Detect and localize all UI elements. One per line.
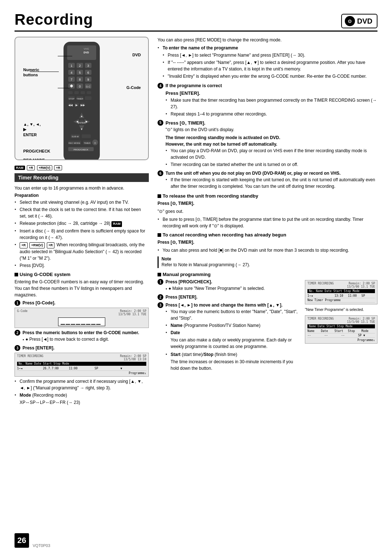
new-timer-row1: 1→◄ 13:10 11:00 SP: [307, 294, 375, 298]
step-4-action: Press [ENTER].: [166, 90, 377, 97]
enter-name-sub-3: "Invalid Entry" is displayed when you en…: [163, 73, 377, 80]
release-standby-icon: [158, 194, 161, 198]
svg-text:▶: ▶: [75, 104, 78, 107]
preparation-title: Preparation: [15, 193, 149, 198]
step-6-list: If the timer recording is started with k…: [166, 177, 377, 190]
timer-cell-stop: SP: [95, 367, 121, 370]
step3-sub-1: Confirm the programme and correct it if …: [15, 378, 149, 391]
dvd-circle-icon: ⊙: [345, 16, 355, 26]
gcode-section-header: Using G-CODE system: [15, 272, 149, 277]
release-standby-section: To release the unit from recording stand…: [158, 193, 377, 229]
svg-text:TIMER: TIMER: [77, 98, 83, 100]
step-6-title: Turn the unit off when you do not play o…: [166, 171, 340, 176]
mp-step-1-content: Press [PROG/CHECK]. ● Make sure "New Tim…: [166, 279, 299, 292]
timer-row-1: 1→◄ 26.7.7:00 11:00 SP ▼: [17, 366, 146, 371]
preparation-list: Select the unit viewing channel (e.g. AV…: [15, 199, 149, 269]
step-4-num: 4: [158, 83, 163, 89]
svg-rect-31: [87, 91, 91, 94]
step3-sub-2: Mode (Recording mode): [15, 392, 149, 398]
digit-slot-7: [91, 319, 95, 325]
digit-slot-2: [66, 319, 70, 325]
step-5-action: Press [⊙, TIMER].: [166, 119, 377, 127]
digit-slot-8: [96, 319, 101, 325]
step-4-sub-1: Make sure that the timer recording has b…: [166, 97, 377, 110]
step-6: 6 Turn the unit off when you do not play…: [158, 170, 377, 190]
mp-bullet-3: Date: [166, 329, 299, 336]
new-timer-screen: TIMER RECORDING Remain: 2:00 SP 13/5/00 …: [305, 280, 377, 304]
svg-text:⊙: ⊙: [94, 142, 96, 144]
gcode-intro: Entering the G-CODE® numbers is an easy …: [15, 279, 149, 298]
manual-prog-screens: TIMER RECORDING Remain: 2:00 SP 13/5/00 …: [305, 279, 377, 374]
mp-date-text: You can also make a daily or weekly prog…: [166, 337, 299, 350]
mode-values: XP↔SP↔LP↔EP↔FR (→ 23): [15, 399, 149, 406]
prep-item-4: Insert a disc (→ 8) and confirm there is…: [15, 228, 149, 241]
ram-badges-row: RAM +R +RW(V) +R: [15, 165, 149, 170]
enter-name-list: To enter the name of the programme Press…: [158, 45, 377, 80]
cancel-list: You can also press and hold [■] on the D…: [158, 247, 377, 254]
g-code-label: G-Code: [126, 85, 141, 90]
svg-text:◀◀: ◀◀: [68, 104, 73, 107]
digit-slot-5: [81, 319, 85, 325]
gcode-step-3-num: 3: [15, 345, 20, 351]
mp-step-1-action: Press [PROG/CHECK].: [166, 279, 212, 284]
timer-recording-header: Timer Recording: [15, 173, 149, 182]
gcode-title: Using G-CODE system: [20, 272, 70, 277]
step-5-notice: The timer recording standby mode is acti…: [166, 134, 377, 147]
step-5-sub-1: You can play a DVD-RAM on DVD, play or r…: [166, 147, 377, 161]
prog-check-label: PROG/CHECK: [23, 149, 50, 153]
new-timer-bar: No. Name Date Start Stop Mode: [307, 289, 375, 293]
edit-timer-date: 13/5/00 13.1 TUE: [347, 320, 375, 324]
gcode-step-1-content: Press [G-Code].: [23, 300, 149, 306]
svg-text:SUB-M: SUB-M: [72, 135, 78, 138]
rwv-badge-inline: +RW(V): [29, 242, 45, 249]
digit-slot-6: [86, 319, 90, 325]
page-title: Recording: [15, 11, 93, 28]
edit-timer-row2: -- -- -- SP ▼: [307, 333, 375, 338]
right-column: You can also press [REC MODE] to change …: [158, 37, 377, 407]
edit-timer-row1: Name Date Start Stop Mode: [307, 329, 375, 333]
svg-rect-1: [67, 45, 96, 60]
svg-text:REC MODE: REC MODE: [69, 142, 80, 144]
edit-timer-title-row: TIMER RECORDING Remain: 2:00 SP: [307, 317, 375, 320]
svg-text:ENTER: ENTER: [78, 122, 86, 124]
mp-step-3-content: Press [◄, ►] to move and change the item…: [166, 302, 299, 373]
step-4: 4 If the programme is correct Press [ENT…: [158, 82, 377, 118]
gcode-step-1: 1 Press [G-Code].: [15, 300, 149, 306]
timer-recording-intro: You can enter up to 16 programmes a mont…: [15, 185, 149, 191]
new-timer-date-row: 13/5/00 13.1 TUE: [307, 285, 375, 288]
new-timer-remain: Remain: 2:00 SP: [349, 282, 375, 285]
plus-r-badge2: +R: [54, 165, 62, 170]
prep-item-5: +R +RW(V) +R When recording bilingual br…: [15, 242, 149, 262]
numeric-buttons-label: Numericbuttons: [23, 67, 39, 78]
page-number: 26: [15, 533, 29, 548]
header: Recording ⊙ DVD: [15, 11, 377, 32]
prep-item-1: Select the unit viewing channel (e.g. AV…: [15, 199, 149, 206]
prep-item-2: Check that the clock is set to the corre…: [15, 206, 149, 219]
screen-title-text: G-Code: [17, 309, 28, 313]
gcode-digit-slots: [58, 317, 105, 326]
cancel-press: Press [⊙, TIMER].: [158, 239, 377, 246]
timer-cell-mode: ▼: [121, 367, 146, 370]
prep-item-6: Press [DVD].: [15, 262, 149, 269]
mp-step-2-action: Press [ENTER].: [166, 295, 197, 300]
vqt-code: VQT0P03: [33, 543, 50, 548]
note-text: Refer to Note in Manual programming (→ 2…: [162, 262, 377, 268]
svg-rect-28: [68, 91, 73, 94]
mp-step-3: 3 Press [◄, ►] to move and change the it…: [158, 302, 299, 373]
svg-text:PROG/CHECK: PROG/CHECK: [74, 149, 88, 151]
screen-title-row: G-Code Remain: 2:00 SP: [17, 309, 146, 313]
step-6-num: 6: [158, 170, 163, 176]
svg-text:2: 2: [79, 64, 81, 68]
mp-step-1-num: 1: [158, 279, 163, 285]
svg-text:VHS: VHS: [84, 48, 89, 50]
mp-step-1-sub: ● Make sure "New Timer Programme" is sel…: [166, 285, 299, 292]
timer-recording-title: Timer Recording: [18, 175, 58, 181]
mp-step-1: 1 Press [PROG/CHECK]. ● Make sure "New T…: [158, 279, 299, 292]
rw-v-badge: +RW(V): [37, 165, 52, 170]
screen-date-row: 13/5/00 13.1 TUE: [17, 313, 146, 316]
mp-step-3-list: You may use the numeric buttons to enter…: [166, 308, 299, 336]
svg-text:7: 7: [70, 78, 72, 81]
cancel-title: To cancel recording when recording has a…: [163, 232, 286, 238]
digit-slot-3: [71, 319, 75, 325]
new-timer-title-row: TIMER RECORDING Remain: 2:00 SP: [307, 282, 375, 285]
